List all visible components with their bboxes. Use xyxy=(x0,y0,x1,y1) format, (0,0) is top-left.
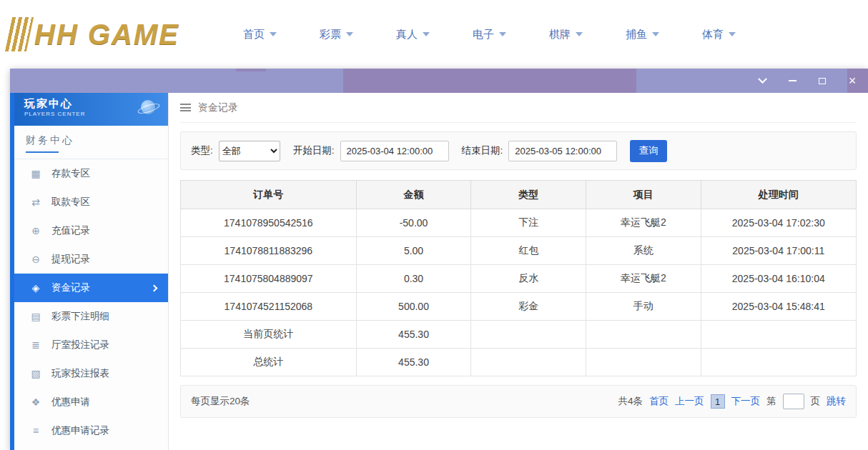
sidebar-item-label: 彩票下注明细 xyxy=(51,310,109,323)
nav-label: 真人 xyxy=(396,28,418,41)
fund-records-table: 订单号 金额 类型 项目 处理时间 1741078950542516 -50.0… xyxy=(180,180,857,376)
cell-amount: 5.00 xyxy=(356,237,471,265)
chevron-down-icon xyxy=(652,32,659,36)
cell-empty xyxy=(586,321,701,349)
col-header-item: 项目 xyxy=(586,181,701,209)
cell-label: 当前页统计 xyxy=(181,321,357,349)
nav-label: 电子 xyxy=(473,28,494,41)
sidebar-item-withdraw-records[interactable]: ⊖ 提现记录 xyxy=(14,245,168,274)
cell-type: 下注 xyxy=(471,209,586,237)
promo-icon: ❖ xyxy=(30,396,41,408)
sidebar-item-hall-bet-records[interactable]: ≣ 厅室投注记录 xyxy=(14,331,168,359)
cell-time: 2025-03-04 17:00:11 xyxy=(701,237,856,265)
type-select[interactable]: 全部 xyxy=(219,141,280,161)
start-date-input[interactable] xyxy=(340,141,449,161)
planet-icon xyxy=(141,100,155,114)
cell-empty xyxy=(471,321,586,349)
cell-order: 1741078950542516 xyxy=(181,209,357,237)
nav-label: 棋牌 xyxy=(549,28,571,41)
hall-bet-icon: ≣ xyxy=(30,339,41,351)
sidebar-item-recharge-records[interactable]: ⊕ 充值记录 xyxy=(14,216,168,245)
next-page-link[interactable]: 下一页 xyxy=(731,395,761,408)
sidebar-item-promo-apply[interactable]: ❖ 优惠申请 xyxy=(14,388,168,416)
sidebar-item-promo-apply-records[interactable]: ≡ 优惠申请记录 xyxy=(14,416,168,445)
first-page-link[interactable]: 首页 xyxy=(649,395,669,408)
breadcrumb: 资金记录 xyxy=(180,93,857,123)
page-size-text: 每页显示20条 xyxy=(191,395,250,408)
start-date-label: 开始日期: xyxy=(293,144,335,157)
col-header-type: 类型 xyxy=(471,181,586,209)
menu-toggle-icon[interactable] xyxy=(180,104,191,111)
report-icon: ▧ xyxy=(30,368,41,379)
nav-item-lottery[interactable]: 彩票 xyxy=(320,28,353,41)
sidebar-section-finance: 财务中心 xyxy=(14,126,168,159)
total-count: 共4条 xyxy=(618,395,643,408)
sidebar-item-deposit-zone[interactable]: ▦ 存款专区 xyxy=(14,159,168,188)
window-titlebar: × xyxy=(10,69,868,93)
withdraw-record-icon: ⊖ xyxy=(30,254,41,265)
chevron-down-icon xyxy=(729,32,736,36)
chevron-down-icon xyxy=(346,32,353,36)
logo: HH GAME xyxy=(9,17,209,51)
sidebar-item-label: 优惠申请 xyxy=(51,396,90,409)
main-nav: 首页 彩票 真人 电子 棋牌 捕鱼 体育 xyxy=(243,28,736,41)
cell-amount: 455.30 xyxy=(356,349,471,376)
sidebar-item-fund-records[interactable]: ◈ 资金记录 xyxy=(14,274,168,302)
col-header-order: 订单号 xyxy=(181,181,357,209)
cell-label: 总统计 xyxy=(181,349,357,376)
chevron-down-icon xyxy=(576,32,583,36)
type-label: 类型: xyxy=(191,144,213,157)
chevron-down-icon xyxy=(270,32,277,36)
maximize-icon[interactable] xyxy=(817,75,828,86)
cell-empty xyxy=(471,349,586,376)
close-icon[interactable]: × xyxy=(847,75,858,86)
table-row-page-total: 当前页统计 455.30 xyxy=(181,321,857,349)
sidebar-item-label: 提现记录 xyxy=(51,253,90,266)
nav-item-chess[interactable]: 棋牌 xyxy=(549,28,583,41)
cell-amount: 0.30 xyxy=(356,265,471,293)
cell-amount: -50.00 xyxy=(356,209,471,237)
withdraw-icon: ⇄ xyxy=(30,196,41,208)
current-page[interactable]: 1 xyxy=(711,394,725,409)
minimize-icon[interactable] xyxy=(786,75,798,86)
nav-item-sports[interactable]: 体育 xyxy=(702,28,736,41)
prev-page-link[interactable]: 上一页 xyxy=(675,395,704,408)
deposit-icon: ▦ xyxy=(30,168,41,179)
nav-label: 首页 xyxy=(243,28,265,41)
fund-record-icon: ◈ xyxy=(30,282,41,294)
cell-time: 2025-03-04 15:48:41 xyxy=(701,293,856,321)
logo-text: HH GAME xyxy=(34,19,179,51)
table-row: 1741078950542516 -50.00 下注 幸运飞艇2 2025-03… xyxy=(181,209,857,237)
page-jump-input[interactable] xyxy=(783,394,804,409)
end-date-label: 结束日期: xyxy=(462,144,503,157)
query-button[interactable]: 查询 xyxy=(630,140,667,162)
sidebar-item-player-bet-report[interactable]: ▧ 玩家投注报表 xyxy=(14,359,168,388)
nav-item-electronic[interactable]: 电子 xyxy=(473,28,506,41)
cell-item: 手动 xyxy=(586,293,701,321)
jump-prefix: 第 xyxy=(766,395,776,408)
sidebar-item-withdraw-zone[interactable]: ⇄ 取款专区 xyxy=(14,188,168,216)
nav-item-live[interactable]: 真人 xyxy=(396,28,430,41)
cell-type: 彩金 xyxy=(471,293,586,321)
promo-record-icon: ≡ xyxy=(30,425,41,436)
nav-item-fishing[interactable]: 捕鱼 xyxy=(626,28,659,41)
table-row: 1741074521152068 500.00 彩金 手动 2025-03-04… xyxy=(181,293,857,321)
section-label: 财务中心 xyxy=(26,134,157,147)
logo-bars-icon xyxy=(5,17,34,51)
end-date-input[interactable] xyxy=(508,141,617,161)
cell-amount: 455.30 xyxy=(356,321,471,349)
nav-item-home[interactable]: 首页 xyxy=(243,28,277,41)
col-header-amount: 金额 xyxy=(356,181,471,209)
cell-time: 2025-03-04 17:02:30 xyxy=(701,209,856,237)
player-center-window: × 玩家中心 PLAYERS CENTER 财务中心 ▦ 存款专区 ⇄ xyxy=(10,69,868,450)
sidebar-item-label: 充值记录 xyxy=(51,224,90,237)
sidebar-menu: ▦ 存款专区 ⇄ 取款专区 ⊕ 充值记录 ⊖ 提现记录 ◈ 资金记录 xyxy=(14,159,168,445)
cell-order: 1741074521152068 xyxy=(181,293,357,321)
sidebar-item-lottery-bet-details[interactable]: ▤ 彩票下注明细 xyxy=(14,302,168,331)
pagination: 共4条 首页 上一页 1 下一页 第 页 跳转 xyxy=(618,394,846,409)
chevron-down-icon xyxy=(499,32,506,36)
recharge-icon: ⊕ xyxy=(30,225,41,236)
sidebar-item-label: 玩家投注报表 xyxy=(51,367,109,380)
jump-button[interactable]: 跳转 xyxy=(827,395,846,408)
collapse-icon[interactable] xyxy=(756,75,768,86)
